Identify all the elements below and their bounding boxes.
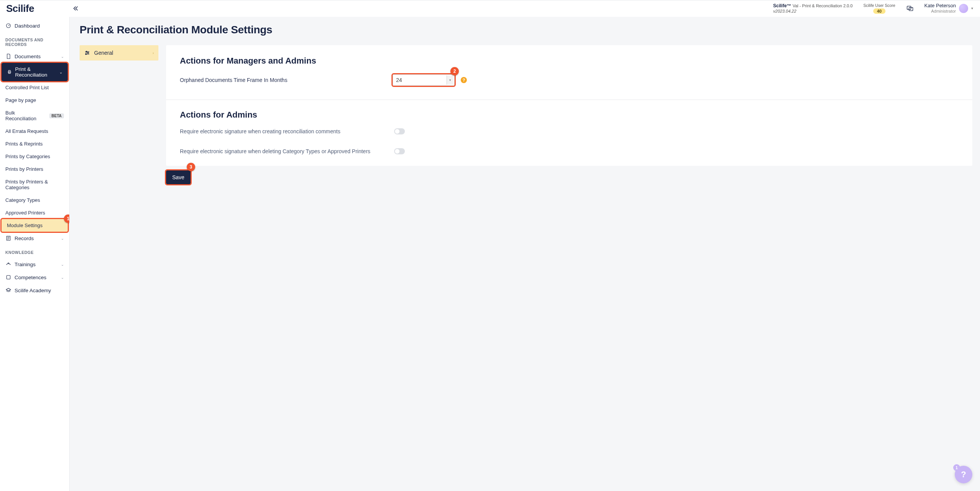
sidebar-item-competences[interactable]: Competences ⌄ [0,271,69,284]
help-fab-badge: 1 [953,464,960,471]
svg-point-9 [86,51,87,52]
sidebar-item-dashboard[interactable]: Dashboard [0,19,69,32]
chevron-down-icon: ⌄ [59,70,62,74]
dashboard-icon [5,23,11,29]
sidebar-item-print-reconciliation[interactable]: Print & Reconciliation ⌄ [2,63,68,81]
chevron-down-icon: ⌄ [61,236,64,241]
divider [166,100,972,100]
avatar [959,4,968,13]
toggle2-label: Require electronic signature when deleti… [180,148,386,154]
svg-point-7 [8,263,9,264]
sidebar-section-docs: DOCUMENTS AND RECORDS [0,32,69,50]
user-menu[interactable]: Kate Peterson Administrator ▾ [925,3,973,14]
orphaned-label: Orphaned Documents Time Frame In Months [180,77,386,83]
sidebar-item-academy[interactable]: Scilife Academy [0,284,69,297]
sidebar-item-errata[interactable]: All Errata Requests [0,125,69,137]
sidebar: Dashboard DOCUMENTS AND RECORDS Document… [0,17,70,491]
main-content: Print & Reconciliation Module Settings G… [70,17,980,491]
sidebar-item-page-by-page[interactable]: Page by page [0,94,69,106]
sidebar-item-records[interactable]: Records ⌄ [0,232,69,245]
sidebar-item-bulk-reconciliation[interactable]: Bulk Reconciliation BETA [0,106,69,125]
help-fab[interactable]: ? 1 [955,466,972,483]
sidebar-section-knowledge: KNOWLEDGE [0,245,69,258]
sidebar-item-prints-by-printers[interactable]: Prints by Printers [0,163,69,175]
printer-icon [7,69,12,75]
toggle1-label: Require electronic signature when creati… [180,128,386,134]
records-icon [5,235,11,241]
svg-rect-8 [7,275,10,279]
svg-point-10 [88,52,89,54]
sidebar-item-category-types[interactable]: Category Types [0,194,69,206]
section-admins-heading: Actions for Admins [180,110,959,120]
svg-point-11 [85,54,86,55]
sidebar-item-trainings[interactable]: Trainings ⌄ [0,258,69,271]
app-header: Scilife Scilife™ Val - Print & Reconcili… [0,0,980,17]
user-score: Scilife User Score 40 [863,3,895,14]
chevron-down-icon: ⌄ [61,54,64,59]
chevron-right-icon: › [153,51,154,55]
sidebar-item-prints-by-categories[interactable]: Prints by Categories [0,150,69,163]
sidebar-item-controlled-print-list[interactable]: Controlled Print List [0,81,69,94]
trainings-icon [5,261,11,267]
help-icon[interactable]: ? [461,77,467,83]
chevron-down-icon: ▾ [447,75,453,85]
sidebar-item-module-settings[interactable]: Module Settings 1 [2,219,68,232]
sidebar-item-approved-printers[interactable]: Approved Printers [0,206,69,219]
svg-rect-4 [8,70,10,72]
chevron-down-icon: ▾ [971,6,973,10]
tab-general[interactable]: General › [80,45,158,61]
annotation-2: 2 [450,67,459,75]
sidebar-item-prints-by-printers-categories[interactable]: Prints by Printers & Categories [0,175,69,194]
sliders-icon [84,50,90,56]
collapse-sidebar-icon[interactable] [72,5,79,12]
save-button[interactable]: Save 3 [166,170,191,184]
orphaned-timeframe-select[interactable]: 24 ▾ 2 [393,74,455,86]
toggle-esig-delete[interactable] [394,148,405,154]
academy-icon [5,287,11,293]
annotation-1: 1 [64,214,70,223]
notifications-icon[interactable] [906,5,914,12]
beta-badge: BETA [49,113,64,118]
section-managers-heading: Actions for Managers and Admins [180,56,959,66]
sidebar-item-prints-reprints[interactable]: Prints & Reprints [0,137,69,150]
document-icon [5,53,11,59]
annotation-3: 3 [187,163,195,171]
page-title: Print & Reconciliation Module Settings [80,24,972,36]
sidebar-item-documents[interactable]: Documents ⌄ [0,50,69,63]
toggle-esig-comments[interactable] [394,128,405,134]
competences-icon [5,274,11,280]
brand-logo: Scilife [6,3,34,15]
product-info: Scilife™ Val - Print & Reconciliation 2.… [773,3,853,14]
chevron-down-icon: ⌄ [61,262,64,267]
chevron-down-icon: ⌄ [61,275,64,280]
